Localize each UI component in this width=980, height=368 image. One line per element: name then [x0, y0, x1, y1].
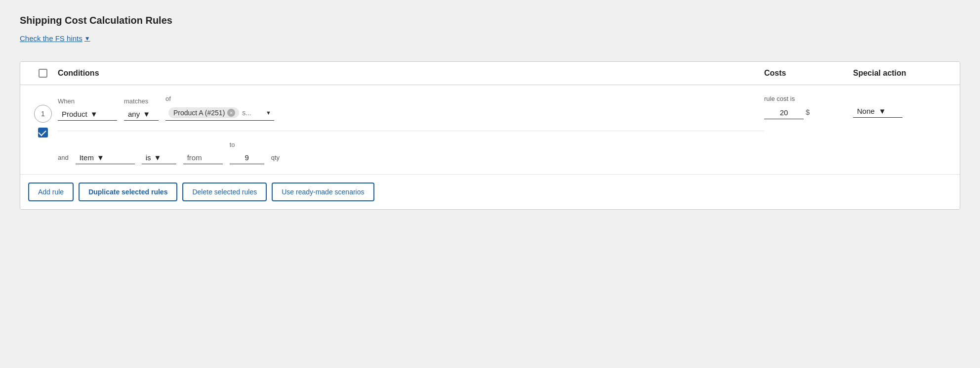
is-dropdown-arrow-icon: ▼: [154, 153, 162, 162]
condition-divider: [58, 131, 764, 131]
rule-number-col: 1: [28, 95, 58, 138]
special-action-header: Special action: [853, 69, 952, 78]
qty-from-group: to: [230, 141, 264, 164]
duplicate-rules-button[interactable]: Duplicate selected rules: [79, 183, 177, 201]
any-dropdown[interactable]: any ▼: [124, 108, 159, 121]
matches-group: matches any ▼: [124, 97, 159, 121]
condition-row-second: and Item ▼ is ▼ from: [58, 141, 764, 164]
of-group: of Product A (#251) × ▼: [165, 95, 274, 121]
tag-text: Product A (#251): [173, 109, 225, 117]
item-value: Item: [80, 153, 94, 162]
when-label: When: [58, 97, 117, 105]
rule-number-badge: 1: [34, 105, 52, 123]
is-group: is ▼: [142, 151, 176, 164]
main-table: Conditions Costs Special action 1 When P…: [20, 61, 960, 210]
to-label: to: [230, 141, 264, 148]
and-label: and: [58, 154, 69, 164]
cost-input-row: $: [764, 106, 853, 119]
condition-row-first: When Product ▼ matches any ▼ of: [58, 95, 764, 121]
currency-symbol: $: [806, 108, 810, 119]
fs-hints-link[interactable]: Check the FS hints ▼: [20, 34, 90, 43]
any-dropdown-arrow-icon: ▼: [143, 110, 150, 118]
cost-input[interactable]: [764, 106, 804, 119]
tag-input-container[interactable]: Product A (#251) × ▼: [165, 105, 274, 121]
qty-label: qty: [271, 154, 280, 164]
product-tag: Product A (#251) ×: [168, 107, 239, 118]
use-scenarios-button[interactable]: Use ready-made scenarios: [272, 183, 374, 201]
item-dropdown[interactable]: Item ▼: [76, 151, 135, 164]
fs-hints-text: Check the FS hints: [20, 34, 82, 43]
page-title: Shipping Cost Calculation Rules: [20, 15, 960, 26]
product-dropdown-arrow-icon: ▼: [90, 110, 98, 118]
product-value: Product: [62, 110, 87, 118]
hints-arrow-icon: ▼: [84, 35, 90, 42]
delete-rules-button[interactable]: Delete selected rules: [182, 183, 267, 201]
conditions-col: When Product ▼ matches any ▼ of: [58, 95, 764, 164]
conditions-header: Conditions: [58, 69, 764, 78]
when-group: When Product ▼: [58, 97, 117, 121]
header-checkbox-cell: [28, 69, 58, 78]
is-dropdown[interactable]: is ▼: [142, 151, 176, 164]
from-group: from: [183, 151, 223, 164]
qty-input[interactable]: [230, 151, 264, 164]
select-all-checkbox[interactable]: [39, 69, 47, 78]
from-text: from: [183, 151, 223, 164]
qty-label-group: qty: [271, 154, 280, 164]
tag-search-input[interactable]: [242, 109, 262, 117]
tag-dropdown-arrow-icon[interactable]: ▼: [266, 110, 271, 116]
any-value: any: [128, 110, 140, 118]
matches-label: matches: [124, 97, 159, 105]
row-checkbox[interactable]: [38, 128, 48, 138]
footer-actions: Add rule Duplicate selected rules Delete…: [20, 175, 960, 209]
special-col: None ▼: [853, 95, 952, 118]
special-value: None: [857, 107, 875, 115]
special-dropdown-arrow-icon: ▼: [879, 107, 886, 115]
is-value: is: [146, 153, 151, 162]
of-label: of: [165, 95, 274, 102]
table-header: Conditions Costs Special action: [20, 62, 960, 85]
rule-cost-label: rule cost is: [764, 95, 853, 102]
table-row: 1 When Product ▼ matches any ▼: [20, 85, 960, 175]
costs-header: Costs: [764, 69, 853, 78]
product-dropdown[interactable]: Product ▼: [58, 108, 117, 121]
add-rule-button[interactable]: Add rule: [28, 183, 74, 201]
item-group: Item ▼: [76, 151, 135, 164]
costs-col: rule cost is $: [764, 95, 853, 119]
tag-close-icon[interactable]: ×: [227, 109, 235, 117]
item-dropdown-arrow-icon: ▼: [97, 153, 104, 162]
special-dropdown[interactable]: None ▼: [853, 105, 902, 118]
